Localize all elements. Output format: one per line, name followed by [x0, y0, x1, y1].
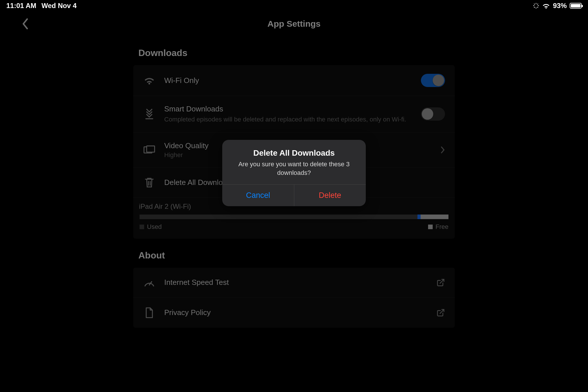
smart-downloads-sub: Completed episodes will be deleted and r… — [164, 115, 412, 124]
privacy-policy-row[interactable]: Privacy Policy — [133, 298, 455, 328]
wifi-only-label: Wi-Fi Only — [164, 76, 412, 85]
svg-line-15 — [440, 279, 444, 283]
about-section-title: About — [138, 250, 455, 261]
delete-confirm-alert: Delete All Downloads Are you sure you wa… — [222, 140, 366, 206]
legend-free-swatch — [428, 225, 433, 229]
back-button[interactable] — [22, 18, 29, 30]
video-quality-icon — [143, 144, 156, 156]
smart-downloads-toggle[interactable] — [421, 107, 445, 121]
speed-test-row[interactable]: Internet Speed Test — [133, 268, 455, 298]
smart-downloads-label: Smart Downloads — [164, 105, 412, 113]
delete-button[interactable]: Delete — [294, 185, 366, 206]
storage-used-segment — [140, 215, 417, 219]
legend-free-label: Free — [436, 223, 448, 231]
legend-used: Used — [140, 223, 162, 231]
storage-bar — [140, 215, 448, 219]
storage-free-segment — [421, 215, 448, 219]
about-card: Internet Speed Test — [133, 268, 455, 328]
legend-free: Free — [428, 223, 448, 231]
trash-icon — [143, 176, 156, 189]
cancel-button[interactable]: Cancel — [222, 185, 294, 206]
alert-message: Are you sure you want to delete these 3 … — [230, 160, 358, 177]
speedometer-icon — [143, 276, 156, 289]
legend-used-swatch — [140, 225, 144, 229]
wifi-icon — [143, 74, 156, 87]
chevron-right-icon — [440, 146, 445, 154]
storage-app-segment — [417, 215, 421, 219]
svg-line-16 — [440, 309, 444, 313]
external-link-icon — [436, 278, 445, 287]
privacy-policy-label: Privacy Policy — [164, 308, 428, 317]
nav-bar: App Settings — [0, 11, 588, 36]
wifi-only-row[interactable]: Wi-Fi Only — [133, 65, 455, 96]
svg-rect-10 — [147, 146, 155, 152]
smart-downloads-icon — [143, 108, 156, 120]
smart-downloads-row[interactable]: Smart Downloads Completed episodes will … — [133, 96, 455, 133]
wifi-only-toggle[interactable] — [421, 74, 445, 87]
page-title: App Settings — [268, 19, 321, 29]
external-link-icon — [436, 308, 445, 317]
document-icon — [143, 306, 156, 319]
legend-used-label: Used — [147, 223, 162, 231]
alert-title: Delete All Downloads — [230, 148, 358, 158]
downloads-section-title: Downloads — [138, 48, 455, 58]
speed-test-label: Internet Speed Test — [164, 278, 428, 287]
